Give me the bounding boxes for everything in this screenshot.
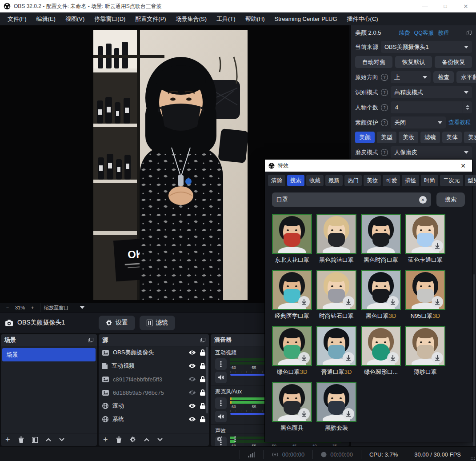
stepper-arrows[interactable] <box>463 101 472 113</box>
menu-item[interactable]: 文件(F) <box>3 12 32 25</box>
effect-thumbnail[interactable] <box>272 270 312 310</box>
popout-icon[interactable] <box>200 338 205 342</box>
scene-properties-icon[interactable] <box>32 437 38 443</box>
move-scene-up-button[interactable] <box>46 438 51 441</box>
menu-item[interactable]: 帮助(H) <box>240 12 270 25</box>
eye-slash-icon[interactable] <box>188 390 196 395</box>
source-properties-gear-icon[interactable] <box>130 437 136 443</box>
beauty-action-button[interactable]: 备份恢复 <box>435 56 472 68</box>
zoom-out-button[interactable]: − <box>4 305 11 310</box>
search-button[interactable]: 搜索 <box>436 192 465 207</box>
filters-button[interactable]: 滤镜 <box>140 316 175 330</box>
effect-item[interactable]: 黑酷套装 <box>316 382 357 432</box>
help-icon[interactable] <box>381 74 388 81</box>
effect-thumbnail[interactable] <box>316 214 356 254</box>
source-list-item[interactable]: OBS美颜摄像头 <box>99 346 209 359</box>
effect-thumbnail[interactable] <box>405 270 445 310</box>
speaker-icon[interactable] <box>215 372 227 383</box>
remove-source-button[interactable] <box>116 437 122 443</box>
close-icon[interactable]: ✕ <box>458 162 468 169</box>
eye-icon[interactable] <box>188 363 196 369</box>
download-icon[interactable] <box>298 352 310 364</box>
effects-category-tab[interactable]: 时尚 <box>421 175 438 186</box>
menu-item[interactable]: 配置文件(P) <box>130 12 171 25</box>
menu-item[interactable]: 视图(V) <box>60 12 89 25</box>
effects-category-tab[interactable]: 可爱 <box>383 175 400 186</box>
download-icon[interactable] <box>343 408 354 420</box>
effects-category-tab[interactable]: 型男 <box>465 175 476 186</box>
effect-item[interactable]: 绿色口罩3D <box>271 326 313 376</box>
beauty-link[interactable]: QQ客服 <box>414 29 434 37</box>
effects-search-input[interactable]: 口罩 ✕ <box>272 192 431 207</box>
download-icon[interactable] <box>432 352 443 364</box>
lock-icon[interactable] <box>200 416 205 422</box>
eye-icon[interactable] <box>188 350 196 355</box>
effect-item[interactable]: 黑色时尚口罩 <box>360 214 402 264</box>
beauty-tab[interactable]: 美颜 <box>355 132 375 143</box>
effects-category-tab[interactable]: 搜索 <box>287 175 304 186</box>
zoom-in-button[interactable]: + <box>29 305 36 310</box>
effect-thumbnail[interactable] <box>272 214 312 254</box>
source-list-item[interactable]: c8917f4ebbfbfe5ff3 <box>99 373 209 386</box>
beauty-action-button[interactable]: 恢复默认 <box>395 56 432 68</box>
help-icon[interactable] <box>381 119 388 126</box>
maximize-button[interactable]: □ <box>435 0 456 12</box>
beauty-tab[interactable]: 美型 <box>377 132 396 143</box>
effect-item[interactable]: 黑色口罩3D <box>360 270 402 320</box>
lock-icon[interactable] <box>200 363 205 369</box>
popout-icon[interactable] <box>88 338 93 342</box>
close-button[interactable]: ✕ <box>456 0 476 12</box>
beauty-tab[interactable]: 滤镜 <box>420 132 440 143</box>
effect-item[interactable]: 经典医学口罩 <box>271 270 313 320</box>
effect-item[interactable]: 黑色面具 <box>271 382 313 432</box>
download-icon[interactable] <box>432 240 443 252</box>
add-source-button[interactable]: + <box>103 435 108 445</box>
beauty-tab[interactable]: 美发 <box>464 132 476 143</box>
effect-item[interactable]: N95口罩3D <box>404 270 446 320</box>
advanced-audio-gear-icon[interactable] <box>216 436 223 444</box>
eye-icon[interactable] <box>188 403 196 409</box>
effect-thumbnail[interactable] <box>316 270 356 310</box>
beauty-link[interactable]: 续费 <box>399 29 410 37</box>
popout-icon[interactable] <box>467 31 472 35</box>
move-source-down-button[interactable] <box>157 438 163 441</box>
download-icon[interactable] <box>387 296 399 308</box>
effects-category-tab[interactable]: 最新 <box>325 175 343 186</box>
person-count-stepper[interactable]: 4 <box>391 101 472 113</box>
lock-icon[interactable] <box>200 389 205 396</box>
effect-thumbnail[interactable] <box>361 326 401 366</box>
effects-category-tab[interactable]: 美妆 <box>364 175 381 186</box>
effect-item[interactable]: 普通口罩3D <box>316 326 357 376</box>
effects-category-tab[interactable]: 二次元 <box>440 175 463 186</box>
smooth-mode-select[interactable]: 人像磨皮 <box>391 146 472 158</box>
protect-select[interactable]: 关闭 <box>391 116 446 128</box>
menu-item[interactable]: 场景集合(S) <box>171 12 212 25</box>
source-list-item[interactable]: 6d18859a5796bc75 <box>99 386 209 399</box>
check-button[interactable]: 检查 <box>433 71 454 83</box>
effect-item[interactable]: 时尚钻石口罩 <box>316 270 357 320</box>
effects-category-tab[interactable]: 热门 <box>344 175 362 186</box>
effect-thumbnail[interactable] <box>272 326 312 366</box>
eye-icon[interactable] <box>188 417 196 422</box>
download-icon[interactable] <box>343 296 354 308</box>
effect-thumbnail[interactable] <box>405 214 445 254</box>
mixer-menu-button[interactable] <box>234 436 236 444</box>
effects-category-tab[interactable]: 收藏 <box>306 175 324 186</box>
effect-item[interactable]: 黑色简洁口罩 <box>316 214 357 264</box>
tutorial-link[interactable]: 查看教程 <box>448 119 471 126</box>
lock-icon[interactable] <box>200 403 205 409</box>
channel-menu-button[interactable] <box>215 397 227 409</box>
download-icon[interactable] <box>387 352 399 364</box>
effect-item[interactable]: 东北大花口罩 <box>271 214 313 264</box>
effects-category-tab[interactable]: 搞怪 <box>402 175 419 186</box>
menu-item[interactable]: Streaming Center PLUG <box>270 12 342 25</box>
menu-item[interactable]: 插件中心(C) <box>342 12 383 25</box>
flip-horizontal-button[interactable]: 水平翻转 <box>456 71 476 83</box>
sources-scrollbar[interactable] <box>206 347 208 413</box>
effect-item[interactable]: 绿色圆形口... <box>360 326 402 376</box>
menu-item[interactable]: 工具(T) <box>212 12 240 25</box>
beauty-tab[interactable]: 美体 <box>442 132 462 143</box>
effect-thumbnail[interactable] <box>316 382 356 422</box>
effect-item[interactable]: 薄纱口罩 <box>404 326 446 376</box>
menu-item[interactable]: 编辑(E) <box>32 12 60 25</box>
